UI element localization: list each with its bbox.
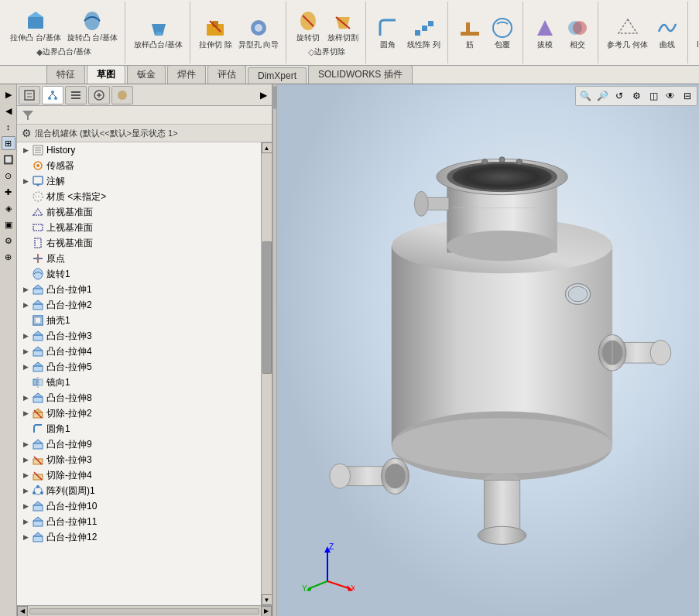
- vp-section-btn[interactable]: ⊟: [680, 88, 695, 104]
- expand-history[interactable]: ▶: [20, 145, 31, 156]
- tree-item-boss-extrude2[interactable]: ▶ 凸台-拉伸2: [17, 297, 261, 313]
- tree-item-material[interactable]: 材质 <未指定>: [17, 189, 261, 204]
- instant3d-button[interactable]: 3D Instant3D: [694, 14, 699, 51]
- revolve-boss-button[interactable]: 旋转凸 台/基体: [65, 7, 121, 44]
- tree-item-boss-extrude5[interactable]: ▶ 凸台-拉伸5: [17, 359, 261, 375]
- panel-tab-more[interactable]: ▶: [260, 90, 267, 101]
- tree-item-boss-extrude3[interactable]: ▶ 凸台-拉伸3: [17, 328, 261, 344]
- revolve-cut-button[interactable]: 旋转切: [293, 7, 324, 44]
- tree-scroll-track[interactable]: [262, 153, 272, 594]
- tree-item-top-plane[interactable]: 上视基准面: [17, 220, 261, 235]
- expand-cut-extrude2[interactable]: ▶: [20, 408, 31, 419]
- left-icon-2[interactable]: ◀: [2, 104, 15, 118]
- tree-item-fillet1[interactable]: 圆角1: [17, 421, 261, 436]
- panel-tab-properties[interactable]: [65, 86, 87, 104]
- vp-search-btn[interactable]: 🔍: [577, 88, 593, 104]
- vp-zoom-btn[interactable]: 🔎: [594, 88, 610, 104]
- expand-cut-extrude4[interactable]: ▶: [20, 470, 31, 481]
- tab-pinggu[interactable]: 评估: [207, 65, 246, 84]
- panel-tab-tree[interactable]: [42, 86, 63, 104]
- loft-cut-button[interactable]: 放样切割: [325, 7, 361, 44]
- tree-item-annotation[interactable]: ▶ 注解: [17, 173, 261, 189]
- left-icon-10[interactable]: ⚙: [2, 234, 15, 248]
- wrap-button[interactable]: 包覆: [487, 14, 518, 51]
- expand-boss-extrude5[interactable]: ▶: [20, 361, 31, 372]
- expand-boss-extrude2[interactable]: ▶: [20, 299, 31, 310]
- tree-item-front-plane[interactable]: 前视基准面: [17, 204, 261, 220]
- tree-item-circular-pattern1[interactable]: ▶ 阵列(圆周)1: [17, 483, 261, 498]
- tree-scroll-up[interactable]: ▲: [262, 142, 272, 153]
- panel-tab-add[interactable]: [88, 86, 110, 104]
- expand-boss-extrude9[interactable]: ▶: [20, 439, 31, 450]
- filter-icon[interactable]: [20, 108, 36, 123]
- tree-item-right-plane[interactable]: 右视基准面: [17, 235, 261, 251]
- tree-item-history[interactable]: ▶ History: [17, 142, 261, 158]
- hole-wizard-button[interactable]: 异型孔 向导: [236, 14, 282, 51]
- tree-item-origin[interactable]: 原点: [17, 251, 261, 266]
- vp-hide-btn[interactable]: 👁: [663, 88, 678, 104]
- expand-boss-extrude3[interactable]: ▶: [20, 330, 31, 341]
- intersect-button[interactable]: 相交: [562, 14, 593, 51]
- tab-banjin[interactable]: 钣金: [127, 65, 166, 84]
- extrude-cut-button[interactable]: 拉伸切 除: [197, 14, 235, 51]
- left-icon-1[interactable]: ▶: [2, 87, 15, 101]
- left-icon-3[interactable]: ↕: [2, 120, 15, 134]
- tree-item-cut-extrude2[interactable]: ▶ 切除-拉伸2: [17, 406, 261, 421]
- tab-caotu[interactable]: 草图: [87, 65, 125, 84]
- vp-settings-btn[interactable]: ⚙: [629, 88, 644, 104]
- expand-boss-extrude4[interactable]: ▶: [20, 346, 31, 357]
- left-icon-select[interactable]: ⊞: [2, 136, 15, 150]
- boundary-boss-button[interactable]: ◆ 边界凸台/基体: [34, 46, 94, 59]
- tree-item-revolve1[interactable]: 旋转1: [17, 266, 261, 282]
- panel-tab-features[interactable]: [19, 86, 40, 104]
- panel-tab-appearance[interactable]: [111, 86, 133, 104]
- expand-boss-extrude1[interactable]: ▶: [20, 284, 31, 295]
- draft-button[interactable]: 拔模: [529, 14, 560, 51]
- tree-scroll-down[interactable]: ▼: [262, 594, 272, 605]
- expand-cut-extrude3[interactable]: ▶: [20, 454, 31, 465]
- expand-boss-extrude12[interactable]: ▶: [20, 532, 31, 542]
- left-icon-8[interactable]: ◈: [2, 201, 15, 215]
- left-icon-11[interactable]: ⊕: [2, 250, 15, 264]
- left-icon-9[interactable]: ▣: [2, 217, 15, 231]
- extrude-boss-button[interactable]: 拉伸凸 台/基体: [8, 7, 63, 44]
- left-icon-5[interactable]: 🔲: [2, 152, 15, 166]
- fillet-button[interactable]: 圆角: [372, 14, 403, 51]
- tree-item-boss-extrude4[interactable]: ▶ 凸台-拉伸4: [17, 344, 261, 359]
- tree-item-boss-extrude11[interactable]: ▶ 凸台-拉伸11: [17, 514, 261, 529]
- expand-circular-pattern1[interactable]: ▶: [20, 485, 31, 496]
- tree-scroll-thumb[interactable]: [262, 241, 272, 374]
- tree-item-cut-extrude4[interactable]: ▶ 切除-拉伸4: [17, 467, 261, 483]
- vp-display-btn[interactable]: ◫: [646, 88, 661, 104]
- tree-item-boss-extrude12[interactable]: ▶ 凸台-拉伸12: [17, 529, 261, 545]
- vp-rotate-btn[interactable]: ↺: [612, 88, 627, 104]
- tree-item-cut-extrude3[interactable]: ▶ 切除-拉伸3: [17, 452, 261, 467]
- rib-button[interactable]: 筋: [454, 14, 485, 51]
- expand-annotation[interactable]: ▶: [20, 176, 31, 187]
- 3d-viewport[interactable]: Z X Y 🔍 🔎 ↺ ⚙ ◫ 👁 ⊟: [277, 84, 699, 616]
- linear-pattern-button[interactable]: 线性阵 列: [405, 14, 443, 51]
- expand-boss-extrude11[interactable]: ▶: [20, 516, 31, 527]
- tab-solidworks-plugin[interactable]: SOLIDWORKS 插件: [308, 65, 413, 84]
- tree-item-boss-extrude9[interactable]: ▶ 凸台-拉伸9: [17, 436, 261, 452]
- tree-item-boss-extrude1[interactable]: ▶ 凸台-拉伸1: [17, 282, 261, 297]
- tab-dimxpert[interactable]: DimXpert: [248, 67, 307, 84]
- left-icon-6[interactable]: ⊙: [2, 169, 15, 183]
- scroll-left-btn[interactable]: ◀: [17, 606, 28, 617]
- tree-item-shell1[interactable]: 抽壳1: [17, 313, 261, 328]
- reference-geometry-button[interactable]: 参考几 何体: [605, 14, 650, 51]
- tree-item-mirror1[interactable]: 镜向1: [17, 375, 261, 390]
- left-icon-7[interactable]: ✚: [2, 185, 15, 199]
- feature-tree[interactable]: ▶ History 传感器 ▶: [17, 142, 261, 605]
- tab-hanjian[interactable]: 焊件: [167, 65, 206, 84]
- tree-item-boss-extrude8[interactable]: ▶ 凸台-拉伸8: [17, 390, 261, 406]
- tab-tezheng[interactable]: 特征: [46, 65, 85, 84]
- expand-boss-extrude8[interactable]: ▶: [20, 392, 31, 403]
- expand-boss-extrude10[interactable]: ▶: [20, 501, 31, 512]
- loft-boss-button[interactable]: 放样凸台/基体: [132, 14, 185, 51]
- scroll-right-btn[interactable]: ▶: [261, 606, 272, 617]
- boundary-cut-button[interactable]: ◇ 边界切除: [306, 46, 348, 59]
- tree-item-boss-extrude10[interactable]: ▶ 凸台-拉伸10: [17, 498, 261, 514]
- tree-item-sensor[interactable]: 传感器: [17, 158, 261, 173]
- curves-button[interactable]: 曲线: [652, 14, 683, 51]
